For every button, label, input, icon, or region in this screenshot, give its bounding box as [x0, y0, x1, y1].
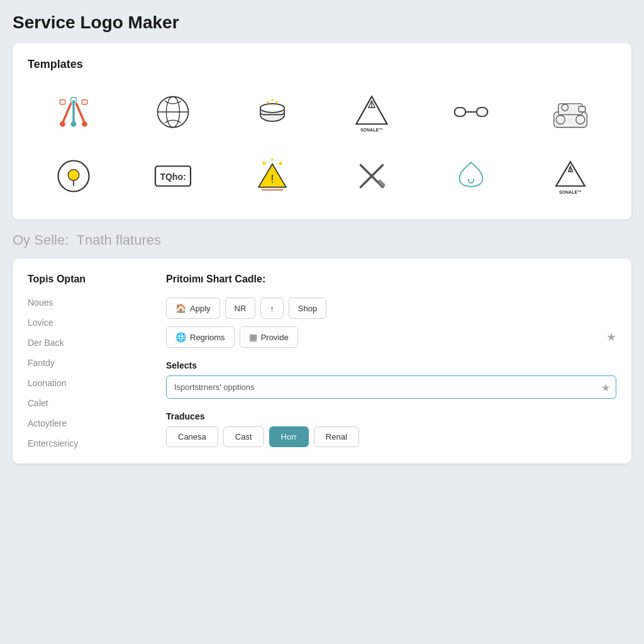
templates-label: Templates [28, 58, 616, 71]
svg-point-40 [279, 162, 282, 165]
svg-point-17 [275, 101, 278, 104]
list-item[interactable]: Entercsiericy [28, 438, 141, 448]
templates-card: Templates [13, 43, 631, 219]
svg-point-14 [260, 104, 285, 113]
left-panel-title: Topis Optan [28, 274, 141, 285]
svg-rect-8 [82, 100, 87, 104]
left-list: Noues Lovice Der Back Fantdy Loonation C… [28, 297, 141, 448]
list-item[interactable]: Loonation [28, 378, 141, 388]
selects-dropdown[interactable]: Isportstrners' opptions [166, 375, 616, 399]
svg-point-41 [271, 158, 274, 161]
svg-point-3 [60, 121, 65, 127]
traduce-horr-button[interactable]: Horr [269, 426, 309, 447]
left-panel: Topis Optan Noues Lovice Der Back Fantdy… [28, 274, 141, 448]
action-buttons-row1: 🏠 Apply NR ↑ Shop [166, 297, 616, 319]
style-subtitle: Oy Selle: Tnath flatures [13, 232, 631, 248]
templates-grid: SONALE™ [28, 84, 616, 204]
svg-point-32 [68, 170, 79, 181]
template-item[interactable] [127, 84, 219, 140]
template-item[interactable] [326, 148, 418, 204]
apply-button[interactable]: 🏠 Apply [166, 297, 220, 319]
regrioms-button[interactable]: 🌐 Regrioms [166, 326, 235, 348]
shop-button[interactable]: Shop [289, 297, 326, 319]
template-item[interactable] [226, 84, 318, 140]
template-item[interactable] [425, 84, 517, 140]
svg-text:SONALE™: SONALE™ [559, 190, 582, 194]
list-item[interactable]: Der Back [28, 338, 141, 348]
home-icon: 🏠 [175, 303, 186, 313]
nr-button[interactable]: NR [225, 297, 256, 319]
template-item[interactable]: ! [226, 148, 318, 204]
template-item[interactable]: SONALE™ [326, 84, 418, 140]
globe-icon: 🌐 [175, 332, 186, 342]
list-item[interactable]: Noues [28, 297, 141, 308]
svg-text:!: ! [270, 172, 274, 186]
svg-rect-22 [455, 108, 466, 116]
right-panel: Pritoimı Shart Cadle: 🏠 Apply NR ↑ Shop … [166, 274, 616, 448]
provide-button[interactable]: ▦ Provide [240, 326, 298, 348]
svg-point-15 [267, 101, 269, 104]
app-title: Service Logo Maker [13, 13, 631, 33]
traduce-cast-button[interactable]: Cast [223, 426, 264, 447]
grid-icon: ▦ [249, 332, 257, 342]
list-item[interactable]: Lovice [28, 318, 141, 328]
star-button[interactable]: ★ [606, 330, 616, 344]
svg-rect-23 [477, 108, 488, 116]
svg-text:TQho:: TQho: [160, 172, 186, 182]
traduce-canesa-button[interactable]: Canesa [166, 426, 218, 447]
svg-point-4 [71, 121, 77, 127]
right-panel-title: Pritoimı Shart Cadle: [166, 274, 616, 285]
template-item[interactable]: TQho: [127, 148, 219, 204]
traduce-renal-button[interactable]: Renal [314, 426, 359, 447]
svg-point-5 [82, 121, 87, 127]
svg-point-16 [271, 99, 274, 101]
svg-rect-6 [60, 100, 65, 104]
list-item[interactable]: Fantdy [28, 358, 141, 368]
svg-rect-29 [579, 106, 586, 112]
select-input-wrap: Isportstrners' opptions ★ [166, 375, 616, 399]
svg-point-39 [262, 162, 265, 165]
template-item[interactable] [28, 148, 119, 204]
traduces-row: Canesa Cast Horr Renal [166, 426, 616, 447]
list-item[interactable]: Calet [28, 398, 141, 408]
svg-line-0 [63, 104, 71, 123]
svg-line-2 [76, 104, 84, 123]
svg-text:SONALE™: SONALE™ [360, 128, 383, 132]
template-item[interactable] [28, 84, 119, 140]
template-item[interactable]: SONALE™ [525, 148, 616, 204]
selects-label: Selects [166, 360, 616, 370]
list-item[interactable]: Actoytlere [28, 418, 141, 428]
action-buttons-row2: 🌐 Regrioms ▦ Provide ★ [166, 326, 616, 348]
traduces-label: Traduces [166, 411, 616, 421]
options-card: Topis Optan Noues Lovice Der Back Fantdy… [13, 258, 631, 464]
upload-button[interactable]: ↑ [260, 297, 284, 319]
template-item[interactable] [525, 84, 616, 140]
template-item[interactable] [425, 148, 517, 204]
